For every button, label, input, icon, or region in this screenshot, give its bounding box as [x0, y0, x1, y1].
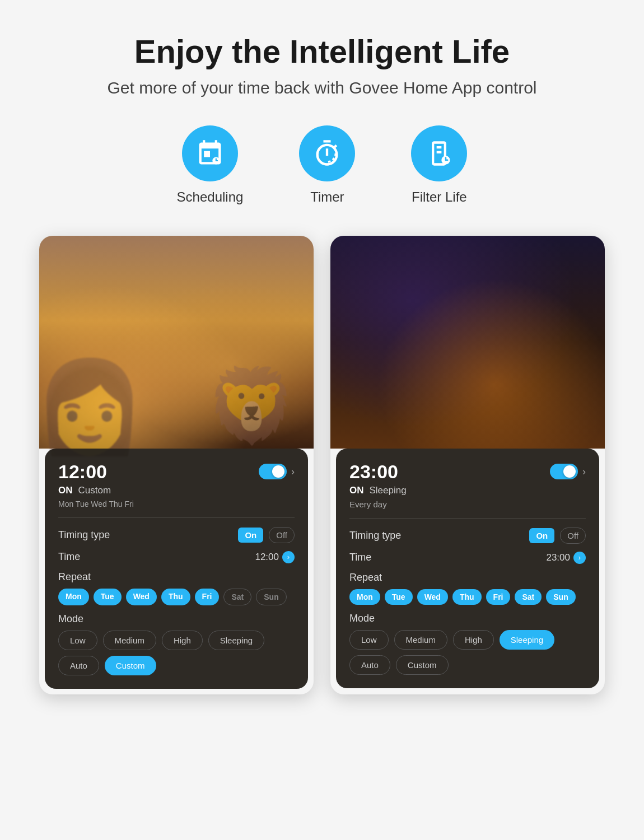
right-mode-medium[interactable]: Medium [394, 630, 447, 650]
left-mode: Custom [78, 485, 111, 496]
left-day-sat[interactable]: Sat [223, 589, 251, 605]
right-status-on: ON [349, 485, 364, 496]
panel-left: 12:00 › ON Custom Mon Tue Wed Thu Fri Ti… [39, 236, 314, 694]
left-day-wed[interactable]: Wed [126, 589, 157, 605]
features-row: Scheduling Timer Filter Life [177, 125, 468, 205]
left-timing-type-label: Timing type [58, 529, 110, 541]
left-timing-type-row: Timing type On Off [58, 527, 295, 543]
left-timing-off-btn[interactable]: Off [269, 527, 295, 543]
right-day-mon[interactable]: Mon [349, 589, 380, 605]
left-timing-on-btn[interactable]: On [238, 528, 263, 543]
left-mode-high[interactable]: High [162, 631, 203, 650]
right-day-sat[interactable]: Sat [515, 589, 542, 605]
left-day-mon[interactable]: Mon [58, 589, 89, 605]
left-time-value[interactable]: 12:00 › [255, 551, 295, 563]
right-toggle-area: › [550, 464, 586, 479]
feature-timer: Timer [299, 125, 355, 205]
left-mode-label: Mode [58, 613, 295, 625]
left-time: 12:00 [58, 461, 107, 483]
left-days-text: Mon Tue Wed Thu Fri [58, 500, 134, 508]
left-status-row: ON Custom [58, 485, 295, 496]
right-time-row: Time 23:00 › [349, 552, 586, 564]
right-mode-buttons: Low Medium High Sleeping Auto Custom [349, 630, 586, 675]
right-days-preview: Every day [349, 500, 586, 509]
right-day-thu[interactable]: Thu [452, 589, 482, 605]
left-time-display: 12:00 [255, 552, 279, 563]
scheduling-label: Scheduling [177, 189, 244, 205]
filter-life-label: Filter Life [412, 189, 467, 205]
panel-left-photo [39, 236, 314, 449]
left-time-arrow[interactable]: › [282, 551, 295, 563]
right-repeat-section: Repeat Mon Tue Wed Thu Fri Sat Sun [349, 572, 586, 605]
left-day-sun[interactable]: Sun [256, 589, 286, 605]
left-toggle[interactable] [259, 464, 287, 479]
left-card-header: 12:00 › [58, 461, 295, 483]
right-time-label: Time [349, 552, 371, 563]
panel-right-card: 23:00 › ON Sleeping Every day Timing typ… [336, 449, 599, 688]
right-divider-1 [349, 518, 586, 519]
right-timing-type-row: Timing type On Off [349, 528, 586, 544]
right-time: 23:00 [349, 461, 398, 483]
left-toggle-area: › [259, 464, 295, 479]
left-mode-buttons: Low Medium High Sleeping Auto Custom [58, 631, 295, 675]
scheduling-icon [195, 139, 225, 168]
right-time-arrow[interactable]: › [573, 552, 586, 564]
page-title: Enjoy the Intelligent Life [134, 34, 510, 69]
right-day-fri[interactable]: Fri [486, 589, 511, 605]
left-repeat-section: Repeat Mon Tue Wed Thu Fri Sat Sun [58, 571, 295, 605]
left-mode-medium[interactable]: Medium [103, 631, 156, 650]
right-timing-type-label: Timing type [349, 530, 401, 542]
left-mode-custom[interactable]: Custom [105, 656, 156, 675]
feature-filter-life: Filter Life [411, 125, 467, 205]
feature-scheduling: Scheduling [177, 125, 244, 205]
right-toggle[interactable] [550, 464, 578, 479]
left-status-on: ON [58, 485, 73, 496]
panel-right: 23:00 › ON Sleeping Every day Timing typ… [330, 236, 605, 694]
left-day-tue[interactable]: Tue [94, 589, 122, 605]
filter-life-icon-circle [411, 125, 467, 181]
right-mode-low[interactable]: Low [349, 630, 389, 650]
right-timing-on-btn[interactable]: On [529, 528, 554, 543]
left-days-preview: Mon Tue Wed Thu Fri [58, 500, 295, 508]
page-subtitle: Get more of your time back with Govee Ho… [107, 78, 536, 97]
right-mode-label: Mode [349, 613, 586, 624]
left-divider-1 [58, 517, 295, 518]
left-day-fri[interactable]: Fri [195, 589, 220, 605]
left-chevron[interactable]: › [291, 466, 295, 478]
right-time-value[interactable]: 23:00 › [546, 552, 586, 564]
right-mode-sleeping[interactable]: Sleeping [500, 630, 554, 650]
right-mode: Sleeping [370, 485, 407, 496]
right-status-row: ON Sleeping [349, 485, 586, 496]
left-time-label: Time [58, 551, 80, 563]
right-time-display: 23:00 [546, 552, 570, 563]
panel-right-photo [330, 236, 605, 449]
left-mode-sleeping[interactable]: Sleeping [208, 631, 264, 650]
filter-life-icon [424, 139, 454, 168]
right-day-wed[interactable]: Wed [417, 589, 448, 605]
timer-icon [312, 139, 342, 168]
timer-icon-circle [299, 125, 355, 181]
right-chevron[interactable]: › [582, 466, 586, 478]
panels-container: 12:00 › ON Custom Mon Tue Wed Thu Fri Ti… [22, 236, 622, 694]
right-day-tue[interactable]: Tue [385, 589, 413, 605]
right-day-sun[interactable]: Sun [546, 589, 575, 605]
right-mode-auto[interactable]: Auto [349, 655, 390, 675]
right-repeat-label: Repeat [349, 572, 586, 584]
right-mode-high[interactable]: High [453, 630, 494, 650]
right-mode-custom[interactable]: Custom [396, 655, 449, 675]
left-day-thu[interactable]: Thu [161, 589, 190, 605]
scheduling-icon-circle [182, 125, 238, 181]
left-mode-auto[interactable]: Auto [58, 656, 99, 675]
left-time-row: Time 12:00 › [58, 551, 295, 563]
left-timing-controls: On Off [238, 527, 295, 543]
panel-left-card: 12:00 › ON Custom Mon Tue Wed Thu Fri Ti… [45, 449, 308, 689]
left-days-chips: Mon Tue Wed Thu Fri Sat Sun [58, 589, 295, 605]
right-timing-off-btn[interactable]: Off [560, 528, 586, 544]
right-days-chips: Mon Tue Wed Thu Fri Sat Sun [349, 589, 586, 605]
right-every-day: Every day [349, 500, 387, 509]
right-card-header: 23:00 › [349, 461, 586, 483]
timer-label: Timer [310, 189, 344, 205]
right-timing-controls: On Off [529, 528, 586, 544]
left-repeat-label: Repeat [58, 571, 295, 583]
left-mode-low[interactable]: Low [58, 631, 97, 650]
